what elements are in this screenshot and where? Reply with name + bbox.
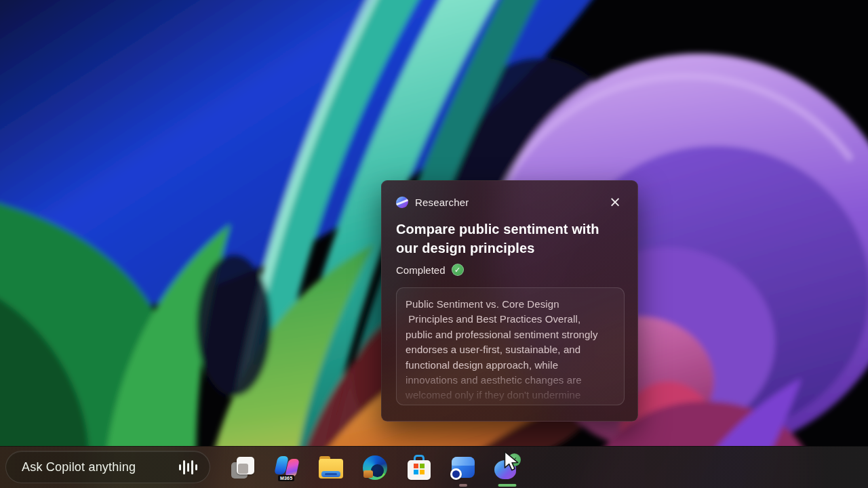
preview-line: functional design approach, while — [406, 358, 616, 373]
taskbar-app-row: M365 — [229, 447, 521, 488]
preview-line: public and professional sentiment strong… — [406, 327, 616, 342]
m365-badge: M365 — [278, 475, 294, 481]
taskbar-item-outlook[interactable] — [450, 447, 477, 488]
status-check-icon: ✓ — [452, 264, 464, 276]
preview-line: innovations and aesthetic changes are — [406, 373, 616, 388]
taskbar-item-m365-copilot[interactable]: M365 — [273, 447, 300, 488]
m365-copilot-icon: M365 — [273, 454, 300, 481]
app-name: Researcher — [415, 197, 469, 208]
voice-waveform-icon[interactable] — [179, 459, 197, 475]
copilot-search-box[interactable]: Ask Copilot anything — [5, 451, 210, 483]
preview-line: endorses a user-first, sustainable, and — [406, 342, 616, 357]
task-title: Compare public sentiment with our design… — [396, 220, 624, 258]
task-view-icon — [231, 455, 255, 480]
outlook-icon — [450, 455, 476, 480]
edge-icon — [363, 455, 387, 480]
researcher-icon — [396, 197, 408, 208]
status-label: Completed — [396, 264, 446, 276]
preview-line: welcomed only if they don't undermine — [406, 388, 616, 403]
preview-line: Principles and Best Practices Overall, — [406, 312, 616, 327]
card-header: Researcher × — [396, 195, 624, 209]
taskbar-item-file-explorer[interactable] — [317, 447, 344, 488]
result-preview-text: Public Sentiment vs. Core Design Princip… — [406, 297, 616, 403]
copilot-search-label: Ask Copilot anything — [22, 460, 179, 474]
mouse-cursor — [502, 451, 520, 471]
microsoft-store-icon — [407, 455, 431, 481]
taskbar-item-edge[interactable] — [361, 447, 389, 488]
researcher-notification-card[interactable]: Researcher × Compare public sentiment wi… — [381, 180, 638, 422]
taskbar-item-task-view[interactable] — [229, 447, 256, 488]
preview-line: Public Sentiment vs. Core Design — [406, 297, 616, 312]
status-row: Completed ✓ — [396, 264, 624, 276]
file-explorer-icon — [318, 456, 344, 479]
desktop: Researcher × Compare public sentiment wi… — [0, 0, 868, 488]
close-icon[interactable]: × — [606, 193, 624, 211]
copilot-active-indicator — [498, 484, 517, 487]
result-preview-box: Public Sentiment vs. Core Design Princip… — [396, 287, 625, 405]
outlook-running-indicator — [459, 484, 467, 487]
taskbar-item-microsoft-store[interactable] — [406, 447, 433, 488]
taskbar: Ask Copilot anything M365 — [0, 446, 868, 488]
